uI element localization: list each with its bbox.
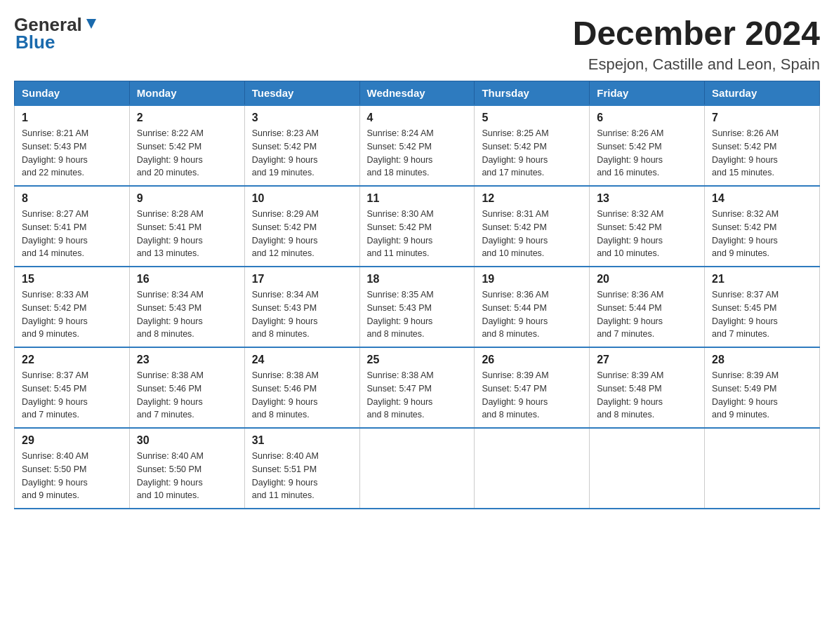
calendar-day-cell: 7 Sunrise: 8:26 AM Sunset: 5:42 PM Dayli…	[705, 105, 820, 186]
calendar-day-cell	[705, 428, 820, 509]
calendar-day-cell: 25 Sunrise: 8:38 AM Sunset: 5:47 PM Dayl…	[359, 347, 475, 428]
day-number: 23	[137, 354, 237, 366]
calendar-day-cell: 1 Sunrise: 8:21 AM Sunset: 5:43 PM Dayli…	[15, 105, 130, 186]
day-number: 6	[597, 112, 697, 124]
day-info: Sunrise: 8:31 AM Sunset: 5:42 PM Dayligh…	[482, 208, 582, 260]
calendar-day-cell: 3 Sunrise: 8:23 AM Sunset: 5:42 PM Dayli…	[244, 105, 359, 186]
day-info: Sunrise: 8:26 AM Sunset: 5:42 PM Dayligh…	[712, 127, 812, 180]
day-number: 13	[597, 192, 697, 205]
calendar-day-cell: 12 Sunrise: 8:31 AM Sunset: 5:42 PM Dayl…	[475, 186, 590, 267]
day-info: Sunrise: 8:21 AM Sunset: 5:43 PM Dayligh…	[22, 127, 122, 180]
calendar-day-cell: 9 Sunrise: 8:28 AM Sunset: 5:41 PM Dayli…	[129, 186, 244, 267]
calendar-day-cell: 24 Sunrise: 8:38 AM Sunset: 5:46 PM Dayl…	[244, 347, 359, 428]
calendar-title: December 2024	[573, 14, 820, 53]
calendar-day-cell: 4 Sunrise: 8:24 AM Sunset: 5:42 PM Dayli…	[359, 105, 475, 186]
day-info: Sunrise: 8:29 AM Sunset: 5:42 PM Dayligh…	[252, 208, 352, 260]
day-info: Sunrise: 8:37 AM Sunset: 5:45 PM Dayligh…	[712, 288, 812, 341]
calendar-day-cell: 11 Sunrise: 8:30 AM Sunset: 5:42 PM Dayl…	[359, 186, 475, 267]
day-info: Sunrise: 8:24 AM Sunset: 5:42 PM Dayligh…	[367, 127, 468, 180]
calendar-day-cell: 14 Sunrise: 8:32 AM Sunset: 5:42 PM Dayl…	[705, 186, 820, 267]
day-number: 26	[482, 354, 582, 366]
logo-triangle-icon	[84, 16, 99, 32]
day-number: 10	[252, 192, 352, 205]
day-number: 20	[597, 273, 697, 286]
calendar-header: SundayMondayTuesdayWednesdayThursdayFrid…	[15, 81, 820, 106]
day-info: Sunrise: 8:33 AM Sunset: 5:42 PM Dayligh…	[22, 288, 122, 341]
day-info: Sunrise: 8:32 AM Sunset: 5:42 PM Dayligh…	[712, 208, 812, 260]
calendar-day-cell: 5 Sunrise: 8:25 AM Sunset: 5:42 PM Dayli…	[475, 105, 590, 186]
calendar-header-thursday: Thursday	[475, 81, 590, 106]
calendar-header-tuesday: Tuesday	[244, 81, 359, 106]
day-info: Sunrise: 8:32 AM Sunset: 5:42 PM Dayligh…	[597, 208, 697, 260]
day-info: Sunrise: 8:39 AM Sunset: 5:49 PM Dayligh…	[712, 369, 812, 422]
day-info: Sunrise: 8:26 AM Sunset: 5:42 PM Dayligh…	[597, 127, 697, 180]
day-info: Sunrise: 8:40 AM Sunset: 5:50 PM Dayligh…	[137, 450, 237, 502]
day-number: 14	[712, 192, 812, 205]
calendar-header-saturday: Saturday	[705, 81, 820, 106]
calendar-subtitle: Espejon, Castille and Leon, Spain	[573, 55, 820, 74]
calendar-title-block: December 2024 Espejon, Castille and Leon…	[573, 14, 820, 74]
calendar-header-monday: Monday	[129, 81, 244, 106]
day-number: 11	[367, 192, 468, 205]
day-number: 21	[712, 273, 812, 286]
day-number: 12	[482, 192, 582, 205]
day-info: Sunrise: 8:39 AM Sunset: 5:48 PM Dayligh…	[597, 369, 697, 422]
calendar-header-sunday: Sunday	[15, 81, 130, 106]
calendar-day-cell	[590, 428, 705, 509]
day-info: Sunrise: 8:27 AM Sunset: 5:41 PM Dayligh…	[22, 208, 122, 260]
day-info: Sunrise: 8:34 AM Sunset: 5:43 PM Dayligh…	[252, 288, 352, 341]
day-number: 19	[482, 273, 582, 286]
calendar-day-cell: 10 Sunrise: 8:29 AM Sunset: 5:42 PM Dayl…	[244, 186, 359, 267]
calendar-day-cell: 23 Sunrise: 8:38 AM Sunset: 5:46 PM Dayl…	[129, 347, 244, 428]
day-number: 18	[367, 273, 468, 286]
calendar-week-row: 1 Sunrise: 8:21 AM Sunset: 5:43 PM Dayli…	[15, 105, 820, 186]
day-info: Sunrise: 8:37 AM Sunset: 5:45 PM Dayligh…	[22, 369, 122, 422]
calendar-day-cell	[359, 428, 475, 509]
day-info: Sunrise: 8:23 AM Sunset: 5:42 PM Dayligh…	[252, 127, 352, 180]
day-number: 16	[137, 273, 237, 286]
day-info: Sunrise: 8:28 AM Sunset: 5:41 PM Dayligh…	[137, 208, 237, 260]
day-info: Sunrise: 8:38 AM Sunset: 5:47 PM Dayligh…	[367, 369, 468, 422]
day-number: 29	[22, 434, 122, 447]
calendar-day-cell: 20 Sunrise: 8:36 AM Sunset: 5:44 PM Dayl…	[590, 267, 705, 347]
day-number: 28	[712, 354, 812, 366]
day-number: 24	[252, 354, 352, 366]
calendar-week-row: 22 Sunrise: 8:37 AM Sunset: 5:45 PM Dayl…	[15, 347, 820, 428]
calendar-week-row: 29 Sunrise: 8:40 AM Sunset: 5:50 PM Dayl…	[15, 428, 820, 509]
calendar-day-cell: 8 Sunrise: 8:27 AM Sunset: 5:41 PM Dayli…	[15, 186, 130, 267]
day-number: 4	[367, 112, 468, 124]
day-info: Sunrise: 8:39 AM Sunset: 5:47 PM Dayligh…	[482, 369, 582, 422]
calendar-day-cell	[475, 428, 590, 509]
calendar-day-cell: 21 Sunrise: 8:37 AM Sunset: 5:45 PM Dayl…	[705, 267, 820, 347]
day-number: 25	[367, 354, 468, 366]
day-info: Sunrise: 8:22 AM Sunset: 5:42 PM Dayligh…	[137, 127, 237, 180]
calendar-header-wednesday: Wednesday	[359, 81, 475, 106]
svg-marker-0	[86, 19, 96, 29]
day-info: Sunrise: 8:30 AM Sunset: 5:42 PM Dayligh…	[367, 208, 468, 260]
calendar-day-cell: 29 Sunrise: 8:40 AM Sunset: 5:50 PM Dayl…	[15, 428, 130, 509]
calendar-body: 1 Sunrise: 8:21 AM Sunset: 5:43 PM Dayli…	[15, 105, 820, 509]
day-number: 15	[22, 273, 122, 286]
day-number: 8	[22, 192, 122, 205]
day-number: 27	[597, 354, 697, 366]
day-number: 22	[22, 354, 122, 366]
day-info: Sunrise: 8:36 AM Sunset: 5:44 PM Dayligh…	[597, 288, 697, 341]
logo-blue: Blue	[15, 32, 55, 53]
day-info: Sunrise: 8:25 AM Sunset: 5:42 PM Dayligh…	[482, 127, 582, 180]
calendar-day-cell: 22 Sunrise: 8:37 AM Sunset: 5:45 PM Dayl…	[15, 347, 130, 428]
day-number: 30	[137, 434, 237, 447]
day-info: Sunrise: 8:40 AM Sunset: 5:50 PM Dayligh…	[22, 450, 122, 502]
day-number: 31	[252, 434, 352, 447]
day-info: Sunrise: 8:38 AM Sunset: 5:46 PM Dayligh…	[137, 369, 237, 422]
calendar-day-cell: 2 Sunrise: 8:22 AM Sunset: 5:42 PM Dayli…	[129, 105, 244, 186]
logo: General Blue	[14, 14, 99, 53]
calendar-day-cell: 30 Sunrise: 8:40 AM Sunset: 5:50 PM Dayl…	[129, 428, 244, 509]
day-info: Sunrise: 8:36 AM Sunset: 5:44 PM Dayligh…	[482, 288, 582, 341]
calendar-day-cell: 26 Sunrise: 8:39 AM Sunset: 5:47 PM Dayl…	[475, 347, 590, 428]
calendar-day-cell: 6 Sunrise: 8:26 AM Sunset: 5:42 PM Dayli…	[590, 105, 705, 186]
page-header: General Blue December 2024 Espejon, Cast…	[14, 14, 820, 74]
calendar-day-cell: 16 Sunrise: 8:34 AM Sunset: 5:43 PM Dayl…	[129, 267, 244, 347]
calendar-week-row: 15 Sunrise: 8:33 AM Sunset: 5:42 PM Dayl…	[15, 267, 820, 347]
calendar-day-cell: 18 Sunrise: 8:35 AM Sunset: 5:43 PM Dayl…	[359, 267, 475, 347]
day-info: Sunrise: 8:34 AM Sunset: 5:43 PM Dayligh…	[137, 288, 237, 341]
